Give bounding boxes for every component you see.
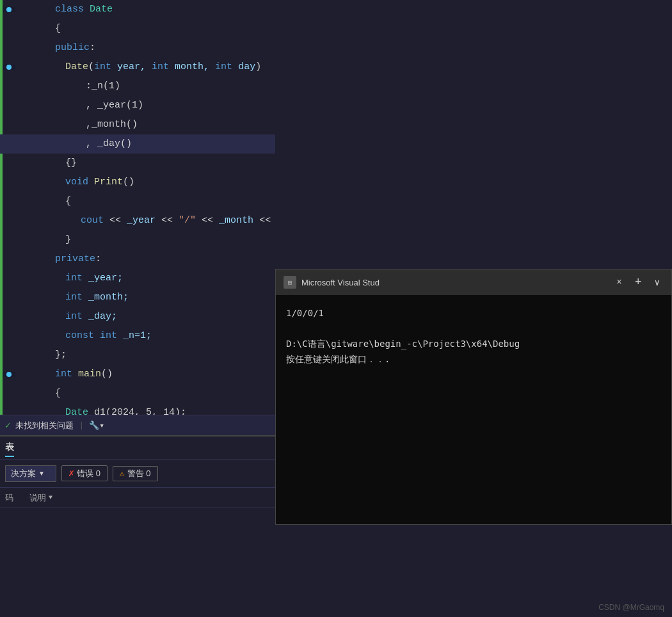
- warnings-badge[interactable]: ⚠ 警告 0: [113, 466, 158, 481]
- terminal-add-button[interactable]: +: [631, 275, 646, 290]
- terminal-title: Microsoft Visual Stud: [301, 278, 607, 287]
- wrench-icon[interactable]: 🔧▾: [89, 421, 104, 431]
- collapse-dot-4[interactable]: [6, 65, 12, 70]
- terminal-titlebar: ⊞ Microsoft Visual Stud × + ∨: [276, 269, 671, 295]
- errors-badge[interactable]: ✗ 错误 0: [61, 465, 108, 481]
- col-desc-label: 说明: [29, 492, 46, 504]
- col-code-label: 码: [5, 492, 24, 504]
- status-ok-text: 未找到相关问题: [15, 420, 74, 431]
- panel-filter-row: 决方案 ▼ ✗ 错误 0 ⚠ 警告 0: [0, 460, 275, 488]
- gutter-4: [3, 65, 15, 70]
- terminal-output-1: 1/0/0/1: [286, 305, 661, 321]
- terminal-app-icon: ⊞: [284, 276, 296, 289]
- terminal-window: ⊞ Microsoft Visual Stud × + ∨ 1/0/0/1 D:…: [275, 269, 672, 525]
- filter-dropdown[interactable]: 决方案 ▼: [5, 465, 56, 482]
- panel-tab-table[interactable]: 表: [5, 439, 14, 457]
- terminal-body: 1/0/0/1 D:\C语言\gitware\begin_-c\Project3…: [276, 295, 671, 524]
- terminal-close-button[interactable]: ×: [612, 276, 625, 289]
- error-x-icon: ✗: [68, 467, 74, 479]
- status-divider: |: [79, 421, 84, 430]
- errors-label: 错误 0: [77, 468, 100, 479]
- status-ok-icon: ✓: [5, 420, 10, 431]
- col-desc-dropdown-icon: ▼: [49, 494, 52, 501]
- collapse-dot-20[interactable]: [6, 372, 12, 377]
- warning-triangle-icon: ⚠: [120, 469, 125, 479]
- bottom-panel: 表 决方案 ▼ ✗ 错误 0 ⚠ 警告 0 码 说明 ▼: [0, 435, 275, 617]
- terminal-output-2: [286, 321, 661, 336]
- gutter-20: [3, 372, 15, 377]
- gutter-1: [3, 7, 15, 12]
- watermark: CSDN @MrGaomq: [598, 603, 664, 612]
- filter-label: 决方案: [11, 468, 36, 479]
- panel-header: 表: [0, 437, 275, 460]
- collapse-dot-1[interactable]: [6, 7, 12, 12]
- editor-status-bar: ✓ 未找到相关问题 | 🔧▾: [0, 415, 275, 435]
- col-desc-container[interactable]: 说明 ▼: [29, 492, 52, 504]
- filter-arrow: ▼: [38, 470, 45, 477]
- warnings-label: 警告 0: [127, 468, 151, 479]
- panel-col-headers: 码 说明 ▼: [0, 488, 275, 508]
- terminal-output-4: 按任意键关闭此窗口．．.: [286, 351, 661, 367]
- terminal-chevron-button[interactable]: ∨: [651, 276, 664, 289]
- code-editor: class Date { public: Date(int year, int …: [0, 0, 275, 435]
- terminal-output-3: D:\C语言\gitware\begin_-c\Project3\x64\Deb…: [286, 336, 661, 351]
